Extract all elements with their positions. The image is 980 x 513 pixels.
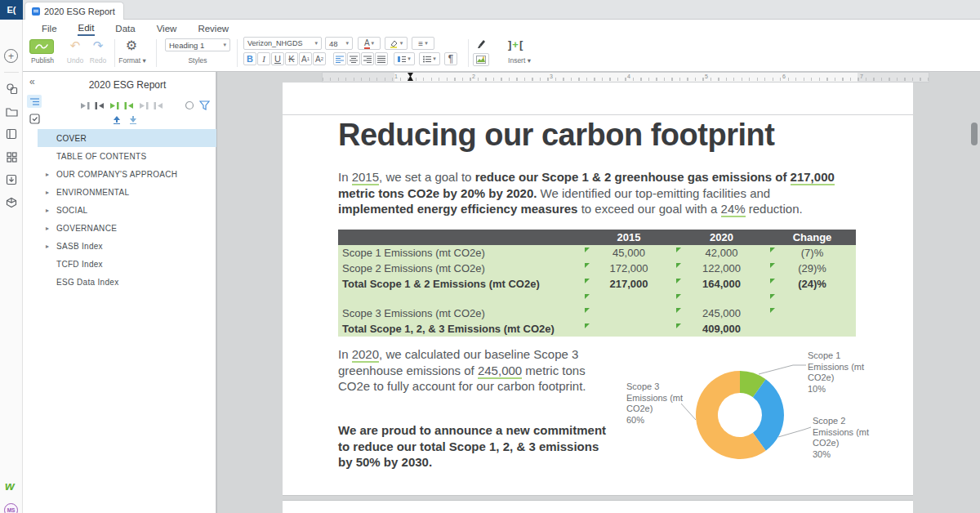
sidebar-item[interactable]: ▸ENVIRONMENTAL (38, 183, 216, 201)
table-cell[interactable]: 122,000 (675, 261, 768, 276)
list-style-button[interactable]: ≡▾ (412, 37, 434, 50)
table-cell[interactable]: Scope 3 Emissions (mt CO2e) (338, 306, 583, 321)
paragraph-1[interactable]: In 2015, we set a goal to reduce our Sco… (338, 169, 843, 217)
paragraph-2[interactable]: In 2020, we calculated our baseline Scop… (338, 346, 593, 395)
sidebar-item[interactable]: ▸SOCIAL (38, 201, 216, 219)
outline-view-icon[interactable] (27, 95, 42, 108)
table-cell[interactable]: 172,000 (583, 261, 675, 276)
table-cell[interactable] (768, 321, 856, 337)
superscript-button[interactable]: A1 (299, 52, 312, 65)
table-cell[interactable] (583, 306, 675, 321)
table-cell[interactable]: Scope 1 Emissions (mt CO2e) (338, 245, 583, 261)
table-row[interactable]: Total Scope 1, 2, & 3 Emissions (mt CO2e… (338, 321, 856, 337)
table-cell[interactable]: Total Scope 1 & 2 Emissions (mt CO2e) (338, 276, 583, 292)
indent-button[interactable]: ▾ (394, 52, 415, 65)
collapse-all-icon[interactable] (129, 116, 137, 124)
data-cube-icon[interactable] (5, 196, 18, 209)
indent-section-icon[interactable] (95, 101, 105, 110)
subscript-button[interactable]: A2 (313, 52, 326, 65)
apps-grid-icon[interactable] (5, 150, 18, 163)
menu-data[interactable]: Data (114, 21, 136, 35)
tasks-icon[interactable] (5, 173, 18, 186)
format-label[interactable]: Format ▾ (111, 56, 154, 65)
menu-edit[interactable]: Edit (78, 20, 96, 36)
emissions-table[interactable]: 20152020ChangeScope 1 Emissions (mt CO2e… (338, 230, 856, 337)
move-down-section-icon[interactable] (154, 101, 163, 110)
review-checklist-icon[interactable] (29, 113, 40, 127)
gear-icon[interactable]: ⚙ (122, 37, 140, 53)
document-page[interactable]: Reducing our carbon footprint In 2015, w… (283, 83, 913, 496)
outdent-section-icon[interactable] (80, 101, 90, 110)
demote-section-icon[interactable] (124, 101, 134, 110)
table-cell[interactable] (768, 306, 856, 321)
align-justify-button[interactable] (375, 52, 388, 65)
linked-value[interactable]: 2020 (352, 347, 379, 363)
media-chart-button[interactable] (473, 53, 489, 66)
table-cell[interactable]: (29)% (768, 261, 856, 276)
next-page[interactable] (283, 500, 913, 513)
files-icon[interactable] (5, 105, 18, 118)
refresh-icon[interactable] (185, 100, 194, 110)
underline-button[interactable]: U (271, 52, 284, 65)
collapse-panel-icon[interactable]: « (29, 76, 35, 87)
create-icon[interactable]: + (4, 49, 18, 63)
paragraph-3[interactable]: We are proud to announce a new commitmen… (338, 422, 612, 471)
user-avatar[interactable]: MS (4, 503, 18, 513)
align-right-button[interactable] (361, 52, 374, 65)
table-cell[interactable] (338, 292, 583, 306)
table-cell[interactable]: 245,000 (675, 306, 768, 321)
table-cell[interactable]: (24)% (768, 276, 856, 292)
align-left-button[interactable] (333, 52, 346, 65)
pilcrow-button[interactable]: ¶ (444, 52, 457, 65)
sidebar-item[interactable]: ▸SASB Index (38, 237, 216, 255)
home-icon[interactable] (5, 82, 18, 95)
redo-icon[interactable]: ↷ (90, 38, 106, 53)
table-row[interactable]: Scope 2 Emissions (mt CO2e)172,000122,00… (338, 261, 856, 276)
table-cell[interactable]: 164,000 (675, 276, 768, 292)
table-cell[interactable]: Scope 2 Emissions (mt CO2e) (338, 261, 583, 276)
insert-label[interactable]: Insert ▾ (498, 56, 541, 65)
linked-value[interactable]: 245,000 (478, 364, 522, 379)
highlight-button[interactable]: ▾ (385, 37, 408, 50)
linked-value[interactable]: 24% (721, 202, 746, 217)
format-painter-icon[interactable] (474, 37, 490, 51)
filter-icon[interactable] (199, 100, 210, 110)
italic-button[interactable]: I (257, 52, 270, 65)
document-tab[interactable]: 2020 ESG Report (24, 2, 124, 20)
menu-view[interactable]: View (156, 21, 178, 35)
menu-review[interactable]: Review (197, 21, 229, 35)
table-cell[interactable] (583, 321, 675, 337)
workiva-logo[interactable]: w (5, 479, 15, 493)
linked-value[interactable]: 2015 (352, 170, 379, 185)
linked-value[interactable]: 217,000 (791, 170, 835, 185)
table-cell[interactable]: 45,000 (583, 245, 675, 261)
expand-all-icon[interactable] (113, 116, 121, 124)
table-cell[interactable] (583, 292, 675, 306)
sidebar-item[interactable]: ▸GOVERNANCE (38, 219, 216, 237)
text-color-button[interactable]: A▾ (358, 37, 381, 50)
undo-icon[interactable]: ↶ (67, 38, 83, 53)
move-up-section-icon[interactable] (139, 101, 149, 110)
library-icon[interactable] (5, 127, 18, 141)
sidebar-item[interactable]: COVER (38, 129, 216, 147)
document-title[interactable]: Reducing our carbon footprint (338, 117, 774, 153)
table-cell[interactable]: (7)% (768, 245, 856, 261)
sidebar-item[interactable]: TABLE OF CONTENTS (38, 147, 216, 165)
publish-button[interactable] (29, 39, 54, 54)
bullet-list-button[interactable]: ▾ (419, 52, 440, 65)
sidebar-item[interactable]: ▸OUR COMPANY'S APPROACH (38, 165, 216, 183)
table-row[interactable]: Scope 1 Emissions (mt CO2e)45,00042,000(… (338, 245, 856, 261)
font-select[interactable]: Verizon_NHGDS▾ (243, 37, 322, 50)
bold-button[interactable]: B (243, 52, 256, 65)
strikethrough-button[interactable]: K (285, 52, 298, 65)
menu-file[interactable]: File (41, 21, 58, 35)
table-cell[interactable] (768, 292, 856, 306)
table-cell[interactable] (675, 292, 768, 306)
vertical-scrollbar[interactable] (971, 123, 978, 145)
font-size-select[interactable]: 48▾ (325, 37, 353, 50)
table-row[interactable]: Scope 3 Emissions (mt CO2e)245,000 (338, 306, 856, 321)
table-row[interactable]: Total Scope 1 & 2 Emissions (mt CO2e)217… (338, 276, 856, 292)
sidebar-item[interactable]: TCFD Index (38, 255, 216, 273)
table-cell[interactable]: 217,000 (583, 276, 675, 292)
table-row[interactable] (338, 292, 856, 306)
